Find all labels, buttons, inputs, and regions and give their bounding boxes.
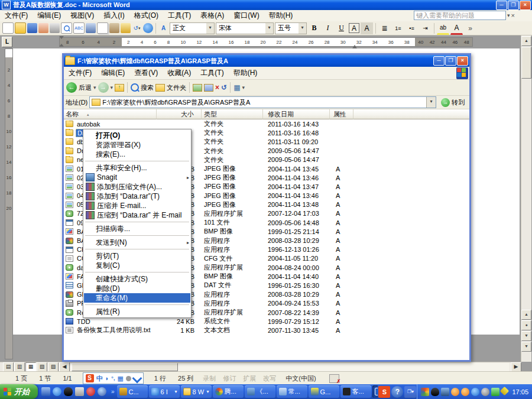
help-tray-button[interactable]: ? [391,386,403,398]
context-menu-item[interactable]: 扫描病毒... [84,224,190,233]
tray-icon[interactable] [441,388,449,396]
file-row[interactable]: 备份恢复工具使用说明.txt 1 KB 文本文档 2007-11-30 13:4… [64,326,469,335]
print-icon[interactable] [50,23,60,33]
taskbar-window-button[interactable]: 常... [277,385,307,398]
taskbar-window-button[interactable]: 普... [372,385,378,398]
quick-launch-icon[interactable] [86,387,95,396]
bold-button[interactable]: B [308,22,320,34]
word-menu-item[interactable]: 表格(A) [196,11,229,21]
word-menu-item[interactable]: 编辑(E) [33,11,66,21]
explorer-menu-item[interactable]: 帮助(H) [229,68,262,78]
highlight-button[interactable]: ab [437,22,449,35]
chevron-down-icon[interactable]: ▾ [507,12,510,18]
tray-icon[interactable] [431,388,439,396]
taskbar-window-button[interactable]: 腾... [213,385,244,398]
explorer-menu-item[interactable]: 查看(V) [129,68,163,78]
soft-keyboard-icon[interactable]: ▦ [117,375,123,382]
context-menu-item[interactable]: 压缩并 E-mail... [84,201,190,210]
word-menu-item[interactable]: 文件(F) [0,11,33,21]
column-size[interactable]: 大小 [157,109,202,119]
browse-object-button[interactable]: ● [521,320,531,330]
page-view-button[interactable]: ▦ [25,362,36,372]
format-painter-icon[interactable] [121,23,131,33]
tray-icon[interactable] [451,388,459,396]
views-icon[interactable]: ▦ [233,83,240,92]
scroll-right-icon[interactable]: ▶ [511,362,521,372]
undo-icon[interactable]: ↺ [221,83,227,92]
styles-pane-icon[interactable]: A [158,23,168,33]
font-color-button[interactable]: A [450,22,463,35]
column-attr[interactable]: 属性 [330,109,353,119]
mail-icon[interactable] [38,23,48,33]
web-view-button[interactable]: ▥ [14,362,25,372]
tray-icon[interactable] [421,388,429,396]
quick-launch-icon[interactable] [53,387,61,396]
style-combo[interactable]: 正文▾ [170,22,215,34]
previous-page-button[interactable]: ▲ [521,310,531,320]
folders-icon[interactable] [155,84,165,92]
context-menu-item[interactable]: 资源管理器(X) [84,140,190,150]
tray-icon[interactable] [461,388,469,396]
context-menu-item[interactable]: 添加到 “Data.rar”(T) [84,192,190,201]
file-row[interactable]: TDD 24 KB 系统文件 1999-07-29 15:12 A [64,317,469,326]
chinese-mode-icon[interactable]: 中 [96,374,103,383]
open-icon[interactable] [15,22,26,34]
context-menu-item[interactable]: 复制(C) [84,261,190,270]
taskbar-window-button[interactable]: 《... [245,385,275,398]
desktop-toggle-button[interactable]: ❐▾ [404,386,416,398]
quick-launch-icon[interactable] [41,387,50,396]
context-menu-item[interactable]: 打开(O) [84,131,190,140]
tab-selector[interactable]: L [2,37,12,47]
numbering-button[interactable]: 1≡ [392,22,404,34]
search-icon[interactable] [131,83,139,92]
word-menu-item[interactable]: 工具(T) [163,11,196,21]
taskbar-window-button[interactable]: 6 I ▾ [149,385,180,398]
quick-launch-overflow-icon[interactable]: » [110,388,116,395]
undo-icon[interactable]: ↺▾ [132,23,142,33]
bullets-button[interactable]: •≡ [406,22,418,34]
delete-icon[interactable]: × [215,83,219,92]
char-shading-button[interactable]: A [361,22,373,34]
quick-launch-icon[interactable] [98,387,106,396]
font-size-combo[interactable]: 五号▾ [275,22,307,34]
halfwidth-icon[interactable]: ◗ [105,375,109,382]
char-border-button[interactable]: A [349,23,359,33]
context-menu-item[interactable]: 创建快捷方式(S) [84,274,190,284]
close-icon[interactable]: × [511,12,515,19]
back-icon[interactable]: ← [66,82,77,93]
next-page-button[interactable]: ▼ [521,331,531,341]
explorer-menu-item[interactable]: 工具(T) [196,68,228,78]
punctuation-icon[interactable]: °, [111,375,115,381]
explorer-menu-item[interactable]: 收藏(A) [163,68,196,78]
search-label[interactable]: 搜索 [141,83,154,92]
sogou-tray-button[interactable]: S [378,386,390,398]
minimize-button[interactable]: ─ [433,56,445,66]
restore-button[interactable]: ❐ [508,1,519,10]
copy-icon[interactable] [97,22,108,34]
tray-icon[interactable] [481,388,489,396]
start-button[interactable]: 开始 [0,384,38,399]
taskbar-window-button[interactable]: 8 W ▾ [181,385,212,398]
context-menu-item[interactable]: 压缩到 “Data.rar” 并 E-mail [84,210,190,220]
scroll-down-icon[interactable]: ▼ [521,342,531,352]
taskbar-window-button[interactable]: C... [117,385,148,398]
file-row[interactable]: autobak 文件夹 2011-03-16 14:43 [64,119,469,128]
context-menu-item[interactable]: 删除(D) [84,284,190,293]
indent-marker-right[interactable] [352,43,357,48]
move-to-icon[interactable] [193,84,202,92]
quick-launch-icon[interactable] [75,387,84,396]
save-icon[interactable] [27,23,37,33]
normal-view-button[interactable]: ▤ [3,362,14,372]
context-menu-item[interactable]: 搜索(E)... [84,150,190,159]
context-menu-item[interactable]: 发送到(N) ▸ [84,238,190,247]
wrench-icon[interactable] [132,374,142,384]
word-menu-item[interactable]: 插入(I) [99,11,129,21]
context-menu-item[interactable]: 重命名(M) [84,293,190,303]
print-preview-icon[interactable] [61,22,72,34]
indent-marker-left[interactable] [59,35,64,47]
copy-to-icon[interactable] [204,84,213,92]
context-menu-item[interactable]: Snagit ▸ [84,173,190,182]
restore-button[interactable]: ❐ [445,56,456,66]
tray-icon[interactable] [491,388,499,396]
taskbar-window-button[interactable]: 客... [340,385,371,398]
